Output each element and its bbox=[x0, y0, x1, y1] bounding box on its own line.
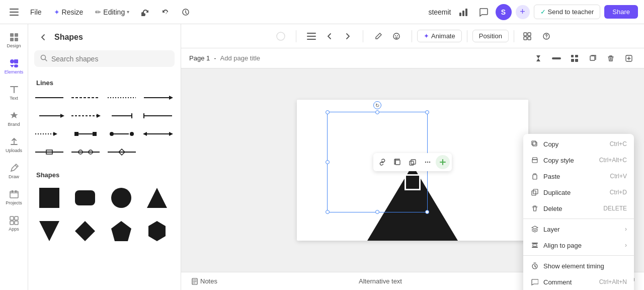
context-comment[interactable]: Comment Ctrl+Alt+N bbox=[523, 274, 634, 290]
context-show-timing[interactable]: Show element timing bbox=[523, 258, 634, 274]
context-layer[interactable]: Layer › bbox=[523, 221, 634, 237]
align-center-button[interactable] bbox=[303, 28, 319, 44]
sidebar-item-design[interactable]: Design bbox=[2, 28, 26, 52]
noise-button[interactable] bbox=[388, 28, 405, 44]
page-add[interactable] bbox=[622, 51, 636, 65]
copy-style-icon bbox=[530, 156, 539, 165]
line-square-end[interactable] bbox=[70, 128, 101, 140]
editing-button[interactable]: ✏ Editing ▾ bbox=[91, 6, 133, 18]
shape-triangle[interactable] bbox=[142, 183, 172, 213]
animate-button[interactable]: ✦ Animate bbox=[417, 30, 462, 42]
analytics-button[interactable] bbox=[455, 4, 471, 20]
pen-button[interactable] bbox=[370, 28, 386, 44]
line-arrow[interactable] bbox=[143, 92, 173, 104]
line-barend[interactable] bbox=[107, 110, 137, 122]
align-label: Align to page bbox=[543, 242, 621, 249]
layer-icon bbox=[530, 225, 539, 234]
line-doublebar[interactable] bbox=[143, 110, 173, 122]
resize-button[interactable]: ✦ Resize bbox=[50, 6, 88, 18]
page-title-input[interactable] bbox=[220, 54, 305, 62]
undo-button[interactable] bbox=[137, 4, 153, 20]
context-duplicate[interactable]: Duplicate Ctrl+D bbox=[523, 184, 634, 200]
svg-marker-45 bbox=[169, 132, 173, 136]
comments-button[interactable] bbox=[475, 4, 492, 20]
page-duplicate[interactable] bbox=[586, 51, 600, 65]
handle-mid-left[interactable] bbox=[326, 160, 330, 164]
shape-hexagon[interactable] bbox=[142, 216, 172, 246]
handle-bottom-right[interactable] bbox=[425, 210, 429, 214]
context-delete[interactable]: Delete DELETE bbox=[523, 200, 634, 216]
context-align[interactable]: Align to page › bbox=[523, 237, 634, 253]
sidebar-item-brand[interactable]: Brand bbox=[2, 107, 26, 131]
handle-top-left[interactable] bbox=[326, 110, 330, 114]
sidebar-item-apps[interactable]: Apps bbox=[2, 211, 26, 236]
panel-back-button[interactable] bbox=[36, 30, 50, 44]
element-copy-button[interactable] bbox=[390, 155, 405, 169]
send-to-teacher-button[interactable]: ✓ Send to teacher bbox=[534, 5, 601, 19]
svg-marker-28 bbox=[60, 114, 64, 118]
line-dotarrow[interactable] bbox=[70, 110, 101, 122]
element-link-button[interactable] bbox=[375, 155, 389, 169]
avatar-button[interactable]: S bbox=[496, 4, 512, 20]
timer-button[interactable] bbox=[178, 4, 194, 20]
handle-bottom-center[interactable] bbox=[375, 210, 379, 214]
line-circle-end[interactable] bbox=[107, 128, 137, 140]
shape-pentagon[interactable] bbox=[106, 216, 136, 246]
arrow-right-button[interactable] bbox=[340, 28, 356, 44]
svg-point-42 bbox=[130, 132, 134, 136]
page-label: Page 1 bbox=[189, 54, 210, 62]
shape-square[interactable] bbox=[34, 183, 64, 213]
context-paste[interactable]: Paste Ctrl+V bbox=[523, 168, 634, 184]
sidebar-item-uploads[interactable]: Uploads bbox=[2, 133, 26, 157]
handle-bottom-left[interactable] bbox=[326, 210, 330, 214]
handle-top-right[interactable] bbox=[425, 110, 429, 114]
shape-rounded-rect[interactable] bbox=[70, 183, 100, 213]
line-diamond-mid[interactable] bbox=[107, 146, 137, 158]
add-collaborator-button[interactable]: + bbox=[516, 5, 530, 19]
shape-diamond[interactable] bbox=[70, 216, 100, 246]
shape-circle[interactable] bbox=[106, 183, 136, 213]
notes-button[interactable]: Notes bbox=[187, 275, 221, 287]
line-solid[interactable] bbox=[34, 92, 64, 104]
sidebar-item-elements[interactable]: Elements bbox=[2, 54, 26, 79]
search-input[interactable] bbox=[51, 55, 169, 63]
line-circle-mid[interactable] bbox=[70, 146, 101, 158]
svg-rect-92 bbox=[532, 160, 537, 163]
animate-icon: ✦ bbox=[424, 32, 429, 40]
context-copy[interactable]: Copy Ctrl+C bbox=[523, 136, 634, 152]
alt-text-bottom-button[interactable]: Alternative text bbox=[355, 275, 406, 287]
line-square-mid[interactable] bbox=[34, 146, 64, 158]
canvas-content[interactable]: ↻ bbox=[181, 68, 644, 272]
sidebar-item-text[interactable]: Text bbox=[2, 81, 26, 105]
redo-button[interactable] bbox=[157, 4, 174, 20]
rotate-handle[interactable]: ↻ bbox=[373, 101, 381, 109]
sidebar-item-draw[interactable]: Draw bbox=[2, 159, 26, 183]
line-dotarrow2[interactable] bbox=[34, 128, 64, 140]
handle-top-center[interactable] bbox=[375, 110, 379, 114]
color-fill-button[interactable] bbox=[273, 28, 289, 44]
element-add-button[interactable] bbox=[436, 155, 450, 169]
position-button[interactable]: Position bbox=[472, 30, 509, 42]
line-dotted[interactable] bbox=[107, 92, 137, 104]
context-copy-style[interactable]: Copy style Ctrl+Alt+C bbox=[523, 152, 634, 168]
shape-triangle-down[interactable] bbox=[34, 216, 64, 246]
svg-rect-78 bbox=[571, 55, 574, 57]
line-arrow2[interactable] bbox=[34, 110, 64, 122]
align-icon bbox=[530, 241, 539, 250]
sidebar-item-projects[interactable]: Projects bbox=[2, 185, 26, 209]
menu-button[interactable] bbox=[6, 4, 22, 20]
line-dashed[interactable] bbox=[70, 92, 101, 104]
page-grid-view[interactable] bbox=[568, 51, 582, 65]
file-menu-button[interactable]: File bbox=[26, 6, 46, 18]
share-button[interactable]: Share bbox=[604, 5, 638, 19]
svg-marker-75 bbox=[536, 55, 540, 58]
element-more-button[interactable] bbox=[421, 155, 435, 169]
page-delete[interactable] bbox=[604, 51, 618, 65]
page-nav-toggle[interactable] bbox=[531, 51, 545, 65]
element-duplicate-button[interactable] bbox=[406, 155, 420, 169]
grid-button[interactable] bbox=[519, 28, 535, 44]
line-doublearrow[interactable] bbox=[143, 128, 173, 140]
help-button[interactable] bbox=[538, 28, 554, 44]
page-nav-horiz[interactable] bbox=[549, 51, 564, 65]
arrow-left-button[interactable] bbox=[321, 28, 338, 44]
